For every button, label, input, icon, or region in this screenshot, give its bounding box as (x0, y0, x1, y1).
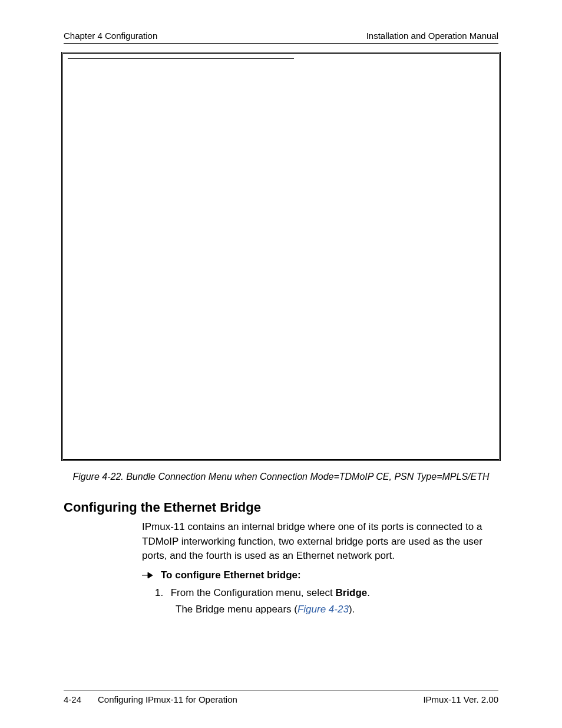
page-footer: 4-24 Configuring IPmux-11 for Operation … (64, 690, 498, 704)
footer-section-title: Configuring IPmux-11 for Operation (98, 694, 237, 704)
procedure-arrow-icon (142, 571, 155, 579)
result-suffix: ). (349, 604, 355, 615)
step-text-prefix: From the Configuration menu, select (171, 587, 336, 598)
result-prefix: The Bridge menu appears ( (176, 604, 297, 615)
procedure-title: To configure Ethernet bridge: (161, 569, 301, 581)
footer-product-version: IPmux-11 Ver. 2.00 (423, 694, 498, 704)
procedure-result: The Bridge menu appears (Figure 4-23). (176, 604, 355, 615)
page-header: Chapter 4 Configuration Installation and… (64, 31, 498, 44)
figure-reference-link[interactable]: Figure 4-23 (297, 604, 349, 615)
figure-caption: Figure 4-22. Bundle Connection Menu when… (0, 472, 562, 482)
footer-left: 4-24 Configuring IPmux-11 for Operation (64, 694, 237, 704)
footer-page-number: 4-24 (64, 694, 81, 704)
figure-screenshot-box (61, 52, 501, 461)
section-paragraph: IPmux-11 contains an internal bridge whe… (142, 520, 492, 564)
step-text-suffix: . (367, 587, 370, 598)
procedure-heading-line: To configure Ethernet bridge: (142, 569, 301, 581)
section-heading: Configuring the Ethernet Bridge (64, 500, 261, 515)
step-number: 1. (155, 587, 168, 599)
procedure-step: 1. From the Configuration menu, select B… (155, 587, 370, 599)
step-text-bold: Bridge (335, 587, 367, 598)
header-manual-title: Installation and Operation Manual (366, 31, 498, 41)
header-chapter: Chapter 4 Configuration (64, 31, 157, 41)
figure-inner-rule (68, 58, 294, 59)
